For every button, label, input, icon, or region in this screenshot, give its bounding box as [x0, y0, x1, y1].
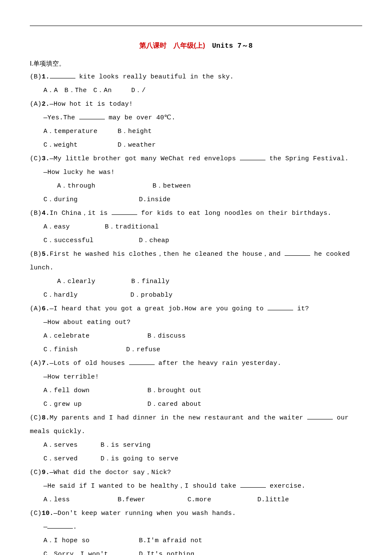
q-number: 5.: [42, 251, 50, 258]
options-row1: A．easyB．traditional: [30, 221, 362, 234]
stem-line2: —He said if I wanted to be healthy，I sho…: [30, 480, 362, 493]
options-row2: C．finishD．refuse: [30, 344, 362, 356]
options-row1: A．throughB．between: [30, 180, 362, 193]
options-row1: A．clearlyB．finally: [30, 275, 362, 288]
question-1: (B)1. kite looks really beautiful in the…: [30, 71, 362, 84]
stem-line2: —How terrible!: [30, 371, 362, 384]
stem-line2: lunch.: [30, 262, 362, 275]
answer-key: (C): [30, 469, 42, 476]
blank: [268, 304, 293, 311]
options-row2: C．Sorry，I won'tD.It's nothing: [30, 548, 362, 555]
options-row: A．lessB.fewerC.moreD.little: [30, 494, 362, 506]
options-row2: C．successfulD．cheap: [30, 234, 362, 247]
stem: kite looks really beautiful in the sky.: [75, 73, 234, 81]
answer-key: (B): [30, 210, 42, 217]
blank: [47, 523, 73, 529]
section-1-heading: Ⅰ.单项填空。: [30, 57, 362, 70]
question-3: (C)3.—My little brother got many WeChat …: [30, 153, 362, 165]
options: A．A B．The C．An D．/: [30, 84, 362, 97]
stem-line1: —How hot it is today!: [50, 101, 133, 108]
q-number: 7.: [42, 360, 50, 367]
answer-key: (C): [30, 510, 42, 517]
answer-key: (C): [30, 414, 42, 422]
q-number: 1.: [42, 73, 50, 81]
stem-line2: —How lucky he was!: [30, 166, 362, 179]
stem-line2: —How about eating out?: [30, 316, 362, 329]
title-red: 第八课时 八年级(上): [139, 42, 205, 49]
title-black: Units 7～8: [205, 42, 253, 50]
stem-line2: —.: [30, 521, 362, 534]
q-number: 8.: [42, 414, 50, 422]
answer-key: (B): [30, 73, 42, 81]
q-number: 2.: [42, 101, 50, 108]
question-7: (A)7.—Lots of old houses after the heavy…: [30, 357, 362, 370]
options-row2: C．grew upD．cared about: [30, 398, 362, 411]
options-row2: C．hardlyD．probably: [30, 289, 362, 302]
stem-line2: meals quickly.: [30, 425, 362, 438]
horizontal-rule: [30, 26, 362, 26]
page-title: 第八课时 八年级(上) Units 7～8: [30, 39, 362, 53]
question-9: (C)9.—What did the doctor say，Nick?: [30, 466, 362, 479]
question-10: (C)10.—Don't keep water running when you…: [30, 507, 362, 520]
answer-key: (A): [30, 101, 42, 108]
q-number: 10.: [42, 510, 54, 517]
blank: [129, 359, 155, 365]
question-8: (C)8.My parents and I had dinner in the …: [30, 412, 362, 425]
options-row2: C．duringD.inside: [30, 194, 362, 206]
options-row1: A．temperatureB．height: [30, 125, 362, 138]
blank: [79, 113, 105, 120]
q-number: 3.: [42, 155, 50, 162]
options-row1: A．celebrateB．discuss: [30, 330, 362, 343]
options-row1: A．servesB．is serving: [30, 439, 362, 452]
question-2: (A)2.—How hot it is today!: [30, 98, 362, 111]
blank: [112, 209, 137, 215]
answer-key: (C): [30, 155, 42, 162]
options-row2: C．weightD．weather: [30, 139, 362, 152]
answer-key: (A): [30, 360, 42, 367]
stem-line2: —Yes.The may be over 40℃.: [30, 112, 362, 124]
blank: [285, 250, 310, 256]
blank: [240, 154, 265, 161]
blank: [50, 72, 75, 79]
options-row2: C．servedD．is going to serve: [30, 453, 362, 465]
blank: [240, 482, 266, 488]
options-row1: A．fell downB．brought out: [30, 384, 362, 397]
q-number: 9.: [42, 469, 50, 476]
q-number: 6.: [42, 305, 50, 312]
question-4: (B)4.In China，it is for kids to eat long…: [30, 207, 362, 220]
options-row1: A．I hope soB.I'm afraid not: [30, 535, 362, 547]
question-6: (A)6.—I heard that you got a great job.H…: [30, 303, 362, 315]
answer-key: (A): [30, 305, 42, 312]
question-5: (B)5.First he washed his clothes，then he…: [30, 248, 362, 261]
q-number: 4.: [42, 210, 50, 217]
blank: [307, 413, 333, 420]
answer-key: (B): [30, 251, 42, 258]
